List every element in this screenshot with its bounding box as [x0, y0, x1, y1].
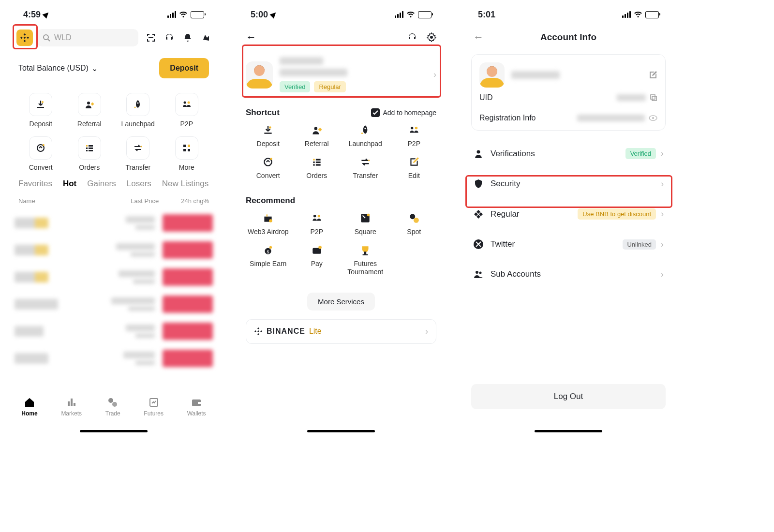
search-input[interactable]: WLD — [37, 29, 138, 46]
regular-badge: Regular — [314, 81, 346, 92]
svg-rect-72 — [651, 95, 655, 99]
svg-point-57 — [367, 214, 370, 216]
tile-p2p[interactable]: P2P — [163, 93, 211, 128]
location-icon — [43, 11, 51, 19]
nav-futures[interactable]: Futures — [144, 397, 164, 417]
tile-orders[interactable]: Orders — [65, 136, 114, 171]
top-bar: WLD — [10, 24, 218, 51]
svg-point-10 — [134, 107, 136, 108]
svg-point-78 — [476, 271, 478, 274]
copy-icon[interactable] — [650, 94, 657, 102]
edit-icon[interactable] — [649, 71, 657, 79]
coin-row[interactable] — [10, 264, 218, 291]
menu-sub-accounts[interactable]: Sub Accounts › — [464, 259, 672, 289]
gear-icon[interactable] — [427, 32, 436, 42]
shield-icon — [473, 178, 484, 189]
svg-point-37 — [314, 127, 317, 130]
nav-markets[interactable]: Markets — [61, 397, 82, 417]
balance-label[interactable]: Total Balance (USD) ⌄ — [18, 64, 98, 73]
status-bar: 4:59 — [10, 0, 218, 24]
svg-point-75 — [652, 117, 654, 119]
svg-rect-45 — [313, 162, 314, 163]
tile-more[interactable]: More — [163, 136, 211, 171]
tab-gainers[interactable]: Gainers — [87, 179, 116, 189]
tab-losers[interactable]: Losers — [127, 179, 151, 189]
shortcut-deposit[interactable]: Deposit — [244, 124, 293, 148]
rec-futures-tournament[interactable]: Futures Tournament — [341, 244, 390, 276]
svg-rect-15 — [86, 145, 88, 147]
shortcut-p2p[interactable]: P2P — [390, 124, 439, 148]
svg-rect-48 — [316, 162, 321, 163]
rec-spot[interactable]: Spot — [390, 212, 439, 236]
svg-point-29 — [108, 398, 113, 403]
coin-list[interactable] — [10, 209, 218, 372]
svg-rect-20 — [89, 150, 93, 151]
coin-row[interactable] — [10, 345, 218, 372]
eye-icon[interactable] — [649, 114, 657, 122]
shortcut-edit[interactable]: Edit — [390, 156, 439, 179]
checkbox-checked-icon — [371, 108, 380, 117]
wallet-icon[interactable] — [201, 33, 211, 43]
tile-deposit[interactable]: Deposit — [16, 93, 65, 128]
menu-security[interactable]: Security › — [464, 169, 672, 199]
support-icon[interactable] — [407, 32, 417, 42]
shortcut-referral[interactable]: Referral — [293, 124, 342, 148]
svg-rect-3 — [27, 37, 29, 39]
shortcut-heading: Shortcut — [246, 108, 280, 118]
svg-rect-47 — [316, 159, 321, 160]
rec-web3-airdrop[interactable]: Web3 Airdrop — [244, 212, 293, 236]
logout-button[interactable]: Log Out — [471, 384, 666, 409]
support-icon[interactable] — [164, 33, 174, 43]
svg-point-34 — [430, 36, 433, 39]
profile-card[interactable]: Verified Regular › — [237, 50, 445, 99]
list-header: Name Last Price 24h chg% — [10, 189, 218, 209]
nav-trade[interactable]: Trade — [105, 397, 120, 417]
binance-logo[interactable] — [16, 30, 33, 46]
more-services-button[interactable]: More Services — [307, 293, 375, 310]
menu-twitter[interactable]: Twitter Unlinked› — [464, 229, 672, 259]
svg-rect-73 — [652, 96, 656, 101]
add-to-homepage-checkbox[interactable]: Add to homepage — [371, 108, 436, 117]
rec-p2p[interactable]: P2P — [293, 212, 342, 236]
x-icon — [473, 239, 484, 250]
rec-simple-earn[interactable]: $Simple Earn — [244, 244, 293, 276]
nav-home[interactable]: Home — [21, 397, 37, 417]
rec-pay[interactable]: Pay — [293, 244, 342, 276]
location-icon — [270, 11, 278, 19]
svg-rect-46 — [313, 164, 314, 165]
shortcut-launchpad[interactable]: Launchpad — [341, 124, 390, 148]
tab-new-listings[interactable]: New Listings — [162, 179, 208, 189]
svg-rect-17 — [86, 150, 88, 151]
rec-square[interactable]: Square — [341, 212, 390, 236]
svg-rect-66 — [363, 254, 368, 255]
bell-icon[interactable] — [183, 33, 193, 43]
tile-transfer[interactable]: Transfer — [114, 136, 163, 171]
shortcut-convert[interactable]: Convert — [244, 156, 293, 179]
tile-referral[interactable]: Referral — [65, 93, 114, 128]
svg-rect-70 — [260, 330, 262, 332]
tile-launchpad[interactable]: Launchpad — [114, 93, 163, 128]
shortcut-orders[interactable]: Orders — [293, 156, 342, 179]
menu-regular[interactable]: Regular Use BNB to get discount› — [464, 199, 672, 229]
shortcut-transfer[interactable]: Transfer — [341, 156, 390, 179]
deposit-button[interactable]: Deposit — [159, 58, 209, 78]
menu-verifications[interactable]: Verifications Verified› — [464, 138, 672, 169]
svg-rect-49 — [316, 164, 321, 165]
coin-row[interactable] — [10, 209, 218, 236]
scan-icon[interactable] — [146, 33, 156, 43]
chevron-down-icon: ⌄ — [91, 64, 98, 73]
tile-convert[interactable]: Convert — [16, 136, 65, 171]
tab-hot[interactable]: Hot — [63, 179, 76, 189]
chevron-right-icon: › — [433, 70, 436, 80]
status-bar: 5:00 — [237, 0, 445, 24]
nav-wallets[interactable]: Wallets — [187, 397, 206, 417]
binance-lite-card[interactable]: BINANCE Lite › — [246, 319, 436, 344]
coin-row[interactable] — [10, 318, 218, 345]
back-button[interactable]: ← — [246, 31, 256, 44]
status-time: 4:59 — [23, 10, 41, 20]
tab-favorites[interactable]: Favorites — [18, 179, 52, 189]
coin-row[interactable] — [10, 236, 218, 264]
coin-row[interactable] — [10, 291, 218, 318]
svg-rect-23 — [188, 145, 190, 147]
svg-rect-4 — [24, 37, 26, 39]
